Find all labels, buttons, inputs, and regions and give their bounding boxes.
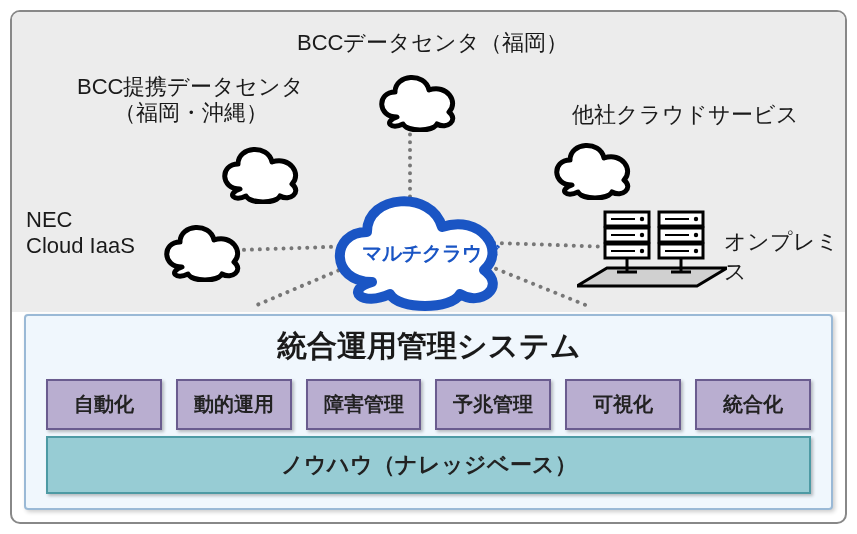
- label-nec-line1: NEC: [26, 207, 72, 232]
- feature-fault-mgmt: 障害管理: [306, 379, 422, 430]
- label-multicloud: マルチクラウド: [362, 240, 502, 267]
- label-bcc-datacenter: BCCデータセンタ（福岡）: [297, 30, 568, 56]
- cloud-icon-bcc-dc: [367, 62, 467, 132]
- feature-dynamic-ops: 動的運用: [176, 379, 292, 430]
- label-bcc-partner-line1: BCC提携データセンタ: [77, 74, 304, 99]
- svg-point-9: [640, 249, 644, 253]
- feature-visualize: 可視化: [565, 379, 681, 430]
- cloud-topology-area: BCCデータセンタ（福岡） BCC提携データセンタ （福岡・沖縄） 他社クラウド…: [12, 12, 845, 312]
- knowhow-box: ノウハウ（ナレッジベース）: [46, 436, 811, 494]
- svg-point-7: [640, 233, 644, 237]
- feature-automation: 自動化: [46, 379, 162, 430]
- cloud-icon-other: [542, 130, 642, 200]
- feature-integrate: 統合化: [695, 379, 811, 430]
- label-other-cloud: 他社クラウドサービス: [572, 102, 799, 128]
- server-rack-icon: [577, 204, 727, 304]
- management-system-panel: 統合運用管理システム 自動化 動的運用 障害管理 予兆管理 可視化 統合化 ノウ…: [24, 314, 833, 510]
- feature-predictive: 予兆管理: [435, 379, 551, 430]
- svg-point-16: [694, 217, 698, 221]
- svg-point-18: [694, 233, 698, 237]
- svg-point-20: [694, 249, 698, 253]
- label-bcc-partner: BCC提携データセンタ （福岡・沖縄）: [77, 74, 304, 127]
- panel-title: 統合運用管理システム: [46, 326, 811, 367]
- label-nec-line2: Cloud IaaS: [26, 233, 135, 258]
- cloud-icon-partner: [210, 134, 310, 204]
- feature-row: 自動化 動的運用 障害管理 予兆管理 可視化 統合化: [46, 379, 811, 430]
- cloud-icon-nec: [152, 212, 252, 282]
- diagram-outer-border: BCCデータセンタ（福岡） BCC提携データセンタ （福岡・沖縄） 他社クラウド…: [10, 10, 847, 524]
- label-nec: NEC Cloud IaaS: [26, 207, 135, 260]
- svg-marker-0: [577, 268, 727, 286]
- label-bcc-partner-line2: （福岡・沖縄）: [114, 100, 268, 125]
- svg-point-5: [640, 217, 644, 221]
- label-onpremise: オンプレミス: [724, 227, 845, 287]
- diagram-frame: BCCデータセンタ（福岡） BCC提携データセンタ （福岡・沖縄） 他社クラウド…: [0, 0, 857, 534]
